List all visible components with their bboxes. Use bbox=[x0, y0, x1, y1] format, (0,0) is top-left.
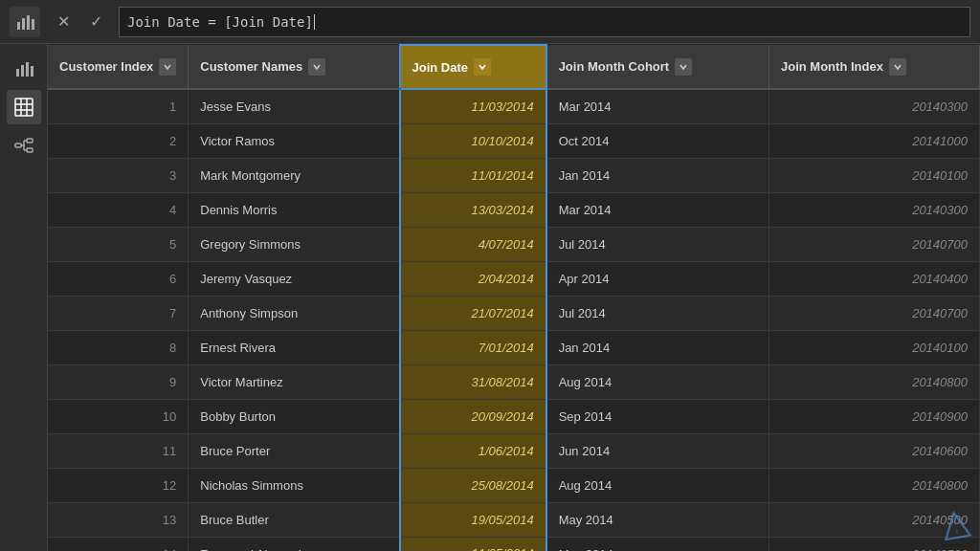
formula-text: Join Date = [Join Date] bbox=[127, 14, 313, 30]
sidebar-table-icon[interactable] bbox=[7, 90, 41, 124]
svg-rect-7 bbox=[31, 66, 33, 77]
cell-join-date: 1/06/2014 bbox=[400, 433, 546, 468]
svg-rect-1 bbox=[22, 18, 25, 30]
cell-join-date: 7/01/2014 bbox=[400, 330, 546, 364]
cell-index: 9 bbox=[48, 364, 189, 399]
table-row[interactable]: 10Bobby Burton20/09/2014Sep 201420140900 bbox=[48, 399, 980, 433]
svg-rect-3 bbox=[32, 19, 34, 30]
col-dropdown-customer-index[interactable] bbox=[159, 58, 176, 76]
watermark: i bbox=[939, 509, 972, 544]
cell-index: 2 bbox=[48, 123, 189, 158]
table-row[interactable]: 6Jeremy Vasquez2/04/2014Apr 201420140400 bbox=[48, 261, 980, 296]
table-container[interactable]: Customer Index Customer Names bbox=[48, 44, 980, 551]
cell-month-index: 20140100 bbox=[769, 330, 980, 364]
cell-join-date: 11/05/2014 bbox=[400, 537, 546, 551]
main-area: Customer Index Customer Names bbox=[0, 44, 980, 551]
cell-cohort: Jun 2014 bbox=[546, 433, 769, 468]
cell-month-index: 20140800 bbox=[769, 468, 980, 502]
sidebar-diagram-icon[interactable] bbox=[7, 128, 41, 163]
cell-cohort: Jul 2014 bbox=[546, 227, 769, 261]
svg-rect-6 bbox=[26, 62, 29, 77]
cell-index: 8 bbox=[48, 330, 189, 364]
cell-month-index: 20140100 bbox=[769, 158, 980, 192]
col-dropdown-join-month-index[interactable] bbox=[889, 58, 906, 76]
col-dropdown-join-month-cohort[interactable] bbox=[675, 58, 692, 76]
cell-name: Ernest Rivera bbox=[189, 330, 400, 364]
cell-name: Victor Ramos bbox=[189, 123, 400, 158]
cell-cohort: Apr 2014 bbox=[546, 261, 769, 296]
cell-join-date: 21/07/2014 bbox=[400, 296, 546, 330]
formula-bar: ✕ ✓ Join Date = [Join Date] bbox=[0, 0, 980, 44]
cell-cohort: Oct 2014 bbox=[546, 123, 769, 158]
table-row[interactable]: 1Jesse Evans11/03/2014Mar 201420140300 bbox=[48, 89, 980, 123]
cell-join-date: 20/09/2014 bbox=[400, 399, 546, 433]
cell-name: Gregory Simmons bbox=[189, 227, 400, 261]
cell-cohort: Sep 2014 bbox=[546, 399, 769, 433]
col-label-customer-names: Customer Names bbox=[200, 59, 302, 74]
col-header-join-month-cohort[interactable]: Join Month Cohort bbox=[546, 45, 769, 89]
formula-cancel-button[interactable]: ✕ bbox=[50, 9, 77, 35]
cell-name: Mark Montgomery bbox=[189, 158, 400, 192]
col-label-join-month-cohort: Join Month Cohort bbox=[559, 59, 670, 74]
table-header-row: Customer Index Customer Names bbox=[48, 45, 980, 89]
cell-name: Bobby Burton bbox=[189, 399, 400, 433]
cell-index: 1 bbox=[48, 89, 189, 123]
table-row[interactable]: 11Bruce Porter1/06/2014Jun 201420140600 bbox=[48, 433, 980, 468]
formula-input[interactable]: Join Date = [Join Date] bbox=[119, 7, 970, 37]
table-row[interactable]: 14Raymond Alexander11/05/2014May 2014201… bbox=[48, 537, 980, 551]
formula-confirm-button[interactable]: ✓ bbox=[82, 9, 109, 35]
cell-join-date: 11/01/2014 bbox=[400, 158, 546, 192]
cell-join-date: 25/08/2014 bbox=[400, 468, 546, 502]
table-row[interactable]: 3Mark Montgomery11/01/2014Jan 2014201401… bbox=[48, 158, 980, 192]
table-row[interactable]: 8Ernest Rivera7/01/2014Jan 201420140100 bbox=[48, 330, 980, 364]
svg-rect-5 bbox=[21, 65, 24, 77]
table-row[interactable]: 4Dennis Morris13/03/2014Mar 201420140300 bbox=[48, 192, 980, 227]
formula-controls: ✕ ✓ bbox=[50, 9, 109, 35]
col-dropdown-customer-names[interactable] bbox=[308, 58, 325, 76]
cell-index: 11 bbox=[48, 433, 189, 468]
cell-name: Victor Martinez bbox=[189, 364, 400, 399]
col-dropdown-join-date[interactable] bbox=[474, 58, 491, 76]
cell-join-date: 11/03/2014 bbox=[400, 89, 546, 123]
table-row[interactable]: 5Gregory Simmons4/07/2014Jul 20142014070… bbox=[48, 227, 980, 261]
cell-index: 7 bbox=[48, 296, 189, 330]
cell-month-index: 20140700 bbox=[769, 227, 980, 261]
col-label-customer-index: Customer Index bbox=[59, 59, 153, 74]
table-row[interactable]: 9Victor Martinez31/08/2014Aug 2014201408… bbox=[48, 364, 980, 399]
cell-name: Jesse Evans bbox=[189, 89, 400, 123]
cell-join-date: 4/07/2014 bbox=[400, 227, 546, 261]
col-header-customer-names[interactable]: Customer Names bbox=[189, 45, 400, 89]
cell-cohort: Jan 2014 bbox=[546, 330, 769, 364]
svg-rect-8 bbox=[15, 99, 33, 116]
cell-cohort: Aug 2014 bbox=[546, 364, 769, 399]
cell-join-date: 10/10/2014 bbox=[400, 123, 546, 158]
cell-name: Bruce Butler bbox=[189, 502, 400, 537]
formula-cursor bbox=[314, 14, 315, 30]
table-row[interactable]: 7Anthony Simpson21/07/2014Jul 2014201407… bbox=[48, 296, 980, 330]
sidebar-chart-icon[interactable] bbox=[7, 52, 41, 86]
data-table: Customer Index Customer Names bbox=[48, 44, 980, 551]
cell-name: Bruce Porter bbox=[189, 433, 400, 468]
table-row[interactable]: 2Victor Ramos10/10/2014Oct 201420141000 bbox=[48, 123, 980, 158]
cell-name: Anthony Simpson bbox=[189, 296, 400, 330]
table-row[interactable]: 12Nicholas Simmons25/08/2014Aug 20142014… bbox=[48, 468, 980, 502]
cell-join-date: 31/08/2014 bbox=[400, 364, 546, 399]
col-label-join-month-index: Join Month Index bbox=[781, 59, 883, 74]
svg-rect-13 bbox=[15, 143, 21, 147]
svg-text:i: i bbox=[955, 527, 959, 536]
cell-join-date: 2/04/2014 bbox=[400, 261, 546, 296]
col-header-join-month-index[interactable]: Join Month Index bbox=[769, 45, 980, 89]
formula-chart-icon bbox=[10, 7, 40, 37]
cell-cohort: Mar 2014 bbox=[546, 192, 769, 227]
cell-join-date: 13/03/2014 bbox=[400, 192, 546, 227]
table-row[interactable]: 13Bruce Butler19/05/2014May 201420140500 bbox=[48, 502, 980, 537]
svg-rect-0 bbox=[17, 22, 20, 30]
cell-index: 13 bbox=[48, 502, 189, 537]
col-header-customer-index[interactable]: Customer Index bbox=[48, 45, 189, 89]
cell-index: 12 bbox=[48, 468, 189, 502]
cell-month-index: 20140800 bbox=[769, 364, 980, 399]
sidebar bbox=[0, 44, 48, 551]
cell-cohort: Aug 2014 bbox=[546, 468, 769, 502]
col-header-join-date[interactable]: Join Date bbox=[400, 45, 546, 89]
col-label-join-date: Join Date bbox=[412, 60, 469, 75]
